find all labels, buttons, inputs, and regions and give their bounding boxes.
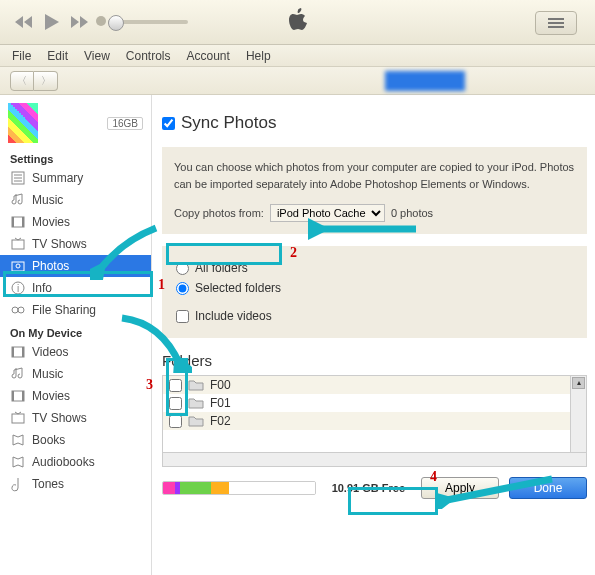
include-videos-checkbox[interactable] [176, 310, 189, 323]
player-toolbar [0, 0, 595, 45]
tones-icon [10, 476, 26, 492]
videos-icon [10, 344, 26, 360]
svg-rect-16 [22, 347, 24, 357]
all-folders-label: All folders [195, 261, 248, 275]
menu-controls[interactable]: Controls [118, 49, 179, 63]
music-icon [10, 366, 26, 382]
sidebar-item-movies[interactable]: Movies [0, 211, 151, 233]
folder-mode-group: All folders Selected folders Include vid… [162, 246, 587, 338]
svg-rect-15 [12, 347, 14, 357]
svg-rect-6 [22, 217, 24, 227]
folders-heading: Folders [162, 352, 587, 369]
back-button[interactable]: 〈 [10, 71, 34, 91]
svg-rect-18 [12, 391, 14, 401]
menu-view[interactable]: View [76, 49, 118, 63]
menu-account[interactable]: Account [179, 49, 238, 63]
selected-folders-radio[interactable] [176, 282, 189, 295]
copy-from-label: Copy photos from: [174, 205, 264, 222]
music-icon [10, 192, 26, 208]
apple-logo-icon [288, 8, 308, 36]
folder-row[interactable]: F00 [163, 376, 586, 394]
folder-icon [188, 415, 204, 427]
folder-checkbox[interactable] [169, 397, 182, 410]
svg-rect-20 [12, 414, 24, 423]
sidebar-item-summary[interactable]: Summary [0, 167, 151, 189]
folders-scrollbar[interactable]: ▴ [570, 376, 586, 452]
photos-icon [10, 258, 26, 274]
tv-shows-icon [10, 236, 26, 252]
sidebar: 16GB Settings SummaryMusicMoviesTV Shows… [0, 95, 152, 575]
sidebar-item-music[interactable]: Music [0, 189, 151, 211]
svg-text:i: i [17, 283, 19, 294]
redacted-device-name [385, 71, 465, 91]
folder-icon [188, 397, 204, 409]
sidebar-item-music[interactable]: Music [0, 363, 151, 385]
rewind-button[interactable] [10, 10, 38, 34]
list-view-button[interactable] [535, 11, 577, 35]
sidebar-item-books[interactable]: Books [0, 429, 151, 451]
sidebar-item-tv-shows[interactable]: TV Shows [0, 407, 151, 429]
info-icon: i [10, 280, 26, 296]
menu-bar: File Edit View Controls Account Help [0, 45, 595, 67]
books-icon [10, 432, 26, 448]
ondevice-heading: On My Device [0, 321, 151, 341]
folder-checkbox[interactable] [169, 415, 182, 428]
volume-slider[interactable] [108, 20, 188, 24]
photo-count: 0 photos [391, 205, 433, 222]
folder-checkbox[interactable] [169, 379, 182, 392]
audiobooks-icon [10, 454, 26, 470]
svg-rect-19 [22, 391, 24, 401]
settings-heading: Settings [0, 147, 151, 167]
storage-free-text: 10.91 GB Free [326, 482, 411, 494]
svg-rect-8 [12, 262, 24, 271]
summary-icon [10, 170, 26, 186]
svg-rect-5 [12, 217, 14, 227]
device-header: 16GB [0, 99, 151, 147]
nav-row: 〈 〉 [0, 67, 595, 95]
forward-nav-button[interactable]: 〉 [34, 71, 58, 91]
sidebar-item-videos[interactable]: Videos [0, 341, 151, 363]
tv-shows-icon [10, 410, 26, 426]
forward-button[interactable] [66, 10, 94, 34]
svg-rect-7 [12, 240, 24, 249]
movies-icon [10, 388, 26, 404]
menu-file[interactable]: File [4, 49, 39, 63]
folder-row[interactable]: F01 [163, 394, 586, 412]
sidebar-item-tones[interactable]: Tones [0, 473, 151, 495]
sidebar-item-photos[interactable]: Photos [0, 255, 151, 277]
folder-row[interactable]: F02 [163, 412, 586, 430]
sync-photos-checkbox[interactable] [162, 117, 175, 130]
sync-description-box: You can choose which photos from your co… [162, 147, 587, 234]
sync-photos-title: Sync Photos [181, 113, 276, 133]
done-button[interactable]: Done [509, 477, 587, 499]
svg-point-12 [12, 307, 18, 313]
sidebar-item-info[interactable]: iInfo [0, 277, 151, 299]
sidebar-item-file-sharing[interactable]: File Sharing [0, 299, 151, 321]
menu-help[interactable]: Help [238, 49, 279, 63]
folders-h-scrollbar[interactable] [162, 453, 587, 467]
device-capacity: 16GB [107, 117, 143, 130]
content-pane: Sync Photos You can choose which photos … [152, 95, 595, 575]
selected-folders-label: Selected folders [195, 281, 281, 295]
sidebar-item-audiobooks[interactable]: Audiobooks [0, 451, 151, 473]
sidebar-item-tv-shows[interactable]: TV Shows [0, 233, 151, 255]
sidebar-item-movies[interactable]: Movies [0, 385, 151, 407]
folders-listbox[interactable]: F00F01F02 ▴ [162, 375, 587, 453]
svg-point-13 [18, 307, 24, 313]
device-thumbnail [8, 103, 38, 143]
movies-icon [10, 214, 26, 230]
folder-icon [188, 379, 204, 391]
sync-description: You can choose which photos from your co… [174, 159, 575, 192]
menu-edit[interactable]: Edit [39, 49, 76, 63]
storage-usage-bar [162, 481, 316, 495]
svg-point-9 [16, 264, 20, 268]
include-videos-label: Include videos [195, 309, 272, 323]
all-folders-radio[interactable] [176, 262, 189, 275]
play-button[interactable] [38, 10, 66, 34]
file-sharing-icon [10, 302, 26, 318]
copy-from-select[interactable]: iPod Photo Cache [270, 204, 385, 222]
